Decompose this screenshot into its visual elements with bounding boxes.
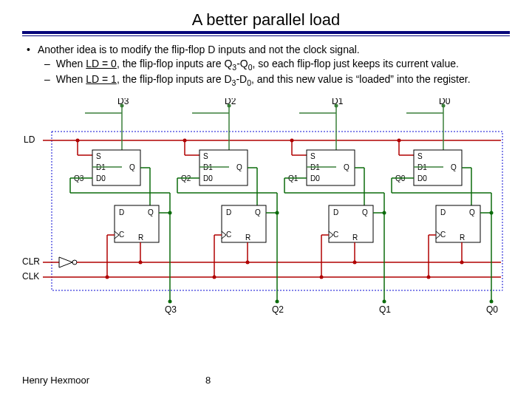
junction-dot — [383, 299, 386, 303]
bullet-main: • Another idea is to modify the flip-flo… — [27, 44, 510, 56]
pin-label: S — [310, 152, 316, 160]
text-frag: -Q — [236, 58, 248, 69]
text-underline: LD = 1 — [86, 73, 117, 85]
pin-label: S — [96, 152, 101, 160]
output-label: Q0 — [486, 304, 498, 315]
junction-dot — [120, 103, 124, 107]
pin-label: R — [245, 233, 250, 242]
pin-label: D0 — [203, 174, 213, 183]
pin-label: D0 — [417, 174, 427, 183]
divider-thin — [22, 35, 510, 36]
body-text: • Another idea is to modify the flip-flo… — [22, 44, 510, 88]
label-clk: CLK — [22, 271, 39, 282]
inverter-icon — [43, 257, 501, 267]
pin-label: R — [138, 233, 143, 242]
pin-label: C — [226, 231, 231, 239]
junction-dot — [353, 260, 357, 264]
text-underline: LD = 0 — [86, 58, 117, 69]
output-label: Q1 — [379, 304, 391, 315]
pin-label: Q — [451, 163, 457, 171]
output-label: Q2 — [272, 304, 284, 315]
pin-label: D — [333, 208, 338, 216]
pin-label: Q — [469, 208, 475, 216]
junction-dot — [276, 211, 279, 214]
svg-point-2 — [72, 260, 77, 265]
junction-dot — [398, 138, 401, 142]
pin-label: D0 — [310, 174, 320, 183]
pin-label: S — [203, 152, 208, 160]
output-label: Q3 — [165, 304, 177, 315]
pin-label: S — [417, 152, 423, 160]
bullet-dot: • — [27, 44, 30, 56]
junction-dot — [76, 138, 80, 142]
pin-label: R — [352, 233, 358, 242]
bit-cell: D1SD1D0QQ1DQCRQ1 — [284, 98, 391, 315]
divider-thick — [22, 31, 510, 34]
junction-dot — [168, 299, 172, 303]
junction-dot — [290, 138, 294, 142]
text-frag: , the flip-flop inputs are D — [117, 73, 232, 85]
bit-cell: D0SD1D0QQ0DQCRQ0 — [392, 98, 498, 315]
pin-label: Q — [362, 208, 368, 216]
junction-dot — [460, 260, 464, 264]
pin-label: C — [119, 231, 124, 239]
bullet-sub-2: – When LD = 1, the flip-flop inputs are … — [44, 73, 510, 87]
junction-dot — [246, 260, 250, 264]
junction-dot — [490, 211, 494, 214]
text-frag: -D — [236, 73, 247, 85]
text-frag: , and this new value is “loaded” into th… — [251, 73, 471, 85]
svg-marker-1 — [59, 257, 72, 267]
bullet-dash: – — [44, 58, 50, 72]
text-frag: , the flip-flop inputs are Q — [117, 58, 232, 69]
junction-dot — [276, 299, 279, 303]
junction-dot — [490, 299, 494, 303]
bullet-main-text: Another idea is to modify the flip-flop … — [38, 44, 360, 56]
junction-dot — [335, 103, 338, 107]
junction-dot — [168, 211, 172, 214]
pin-label: C — [440, 231, 446, 239]
junction-dot — [106, 275, 109, 279]
pin-label: R — [460, 233, 465, 242]
bit-cell: D3SD1D0QQ3DQCRQ3 — [70, 98, 177, 315]
text-frag: When — [56, 58, 86, 69]
pin-label: D — [119, 208, 124, 216]
pin-label: Q — [255, 208, 261, 216]
junction-dot — [427, 275, 431, 279]
label-clr: CLR — [22, 256, 40, 267]
junction-dot — [183, 138, 187, 142]
junction-dot — [213, 275, 216, 279]
page-title: A better parallel load — [22, 10, 510, 30]
junction-dot — [228, 103, 231, 107]
bullet-sub-1: – When LD = 0, the flip-flop inputs are … — [44, 58, 510, 72]
pin-label: D0 — [96, 174, 106, 183]
footer-page: 8 — [205, 375, 211, 386]
pin-label: D — [226, 208, 231, 216]
bullet-dash: – — [44, 73, 50, 87]
pin-label: Q — [148, 208, 154, 216]
text-frag: , so each flip-flop just keeps its curre… — [253, 58, 459, 69]
pin-label: Q — [129, 163, 135, 171]
junction-dot — [139, 260, 143, 264]
footer-author: Henry Hexmoor — [22, 375, 89, 386]
junction-dot — [442, 103, 446, 107]
circuit-diagram: LD CLR CLK D3SD1D0QQ3DQCRQ3D2SD1D0QQ2DQC… — [22, 98, 510, 322]
pin-label: Q — [236, 163, 242, 171]
bit-cell: D2SD1D0QQ2DQCRQ2 — [177, 98, 284, 315]
label-ld: LD — [24, 134, 35, 145]
junction-dot — [383, 211, 386, 214]
text-frag: When — [56, 73, 86, 85]
junction-dot — [320, 275, 324, 279]
pin-label: Q — [344, 163, 349, 171]
footer: Henry Hexmoor 8 — [22, 375, 510, 386]
pin-label: C — [333, 231, 338, 239]
pin-label: D — [440, 208, 446, 216]
